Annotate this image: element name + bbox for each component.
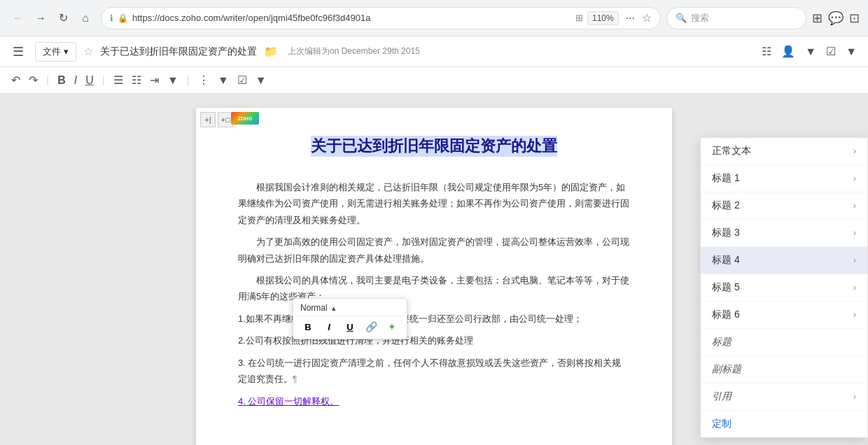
style-quote-label: 引用 bbox=[712, 390, 732, 403]
style-caret-button[interactable]: ▲ bbox=[330, 304, 337, 312]
style-h6-label: 标题 6 bbox=[712, 309, 740, 321]
browser-icons: ⊞ 💬 ⊡ bbox=[812, 10, 860, 26]
italic-format-button[interactable]: I bbox=[71, 71, 80, 90]
doc-link[interactable]: 4. 公司保留一切解释权。 bbox=[238, 396, 339, 407]
style-h2-label: 标题 2 bbox=[712, 199, 740, 212]
chevron-right-icon-2: › bbox=[853, 174, 856, 183]
clear-format-button[interactable]: ✦ bbox=[383, 318, 401, 336]
indent-button[interactable]: ⇥ bbox=[147, 71, 162, 90]
dropdown-checkbox-arrow[interactable]: ▼ bbox=[253, 71, 270, 90]
style-quote[interactable]: 引用 › bbox=[701, 383, 867, 411]
bold-format-button[interactable]: B bbox=[55, 71, 69, 90]
style-heading-3[interactable]: 标题 3 › bbox=[701, 220, 867, 247]
format-toolbar: ↶ ↷ | B I U | ☰ ☷ ⇥ ▼ | ⋮ ▼ ☑ ▼ bbox=[0, 67, 868, 94]
zoho-logo-image: ZOHO bbox=[231, 112, 259, 125]
style-heading-1[interactable]: 标题 1 › bbox=[701, 165, 867, 192]
toolbar-icon-2[interactable]: 👤 bbox=[778, 42, 798, 61]
profile-icon[interactable]: ⊡ bbox=[849, 10, 860, 26]
chevron-right-icon-4: › bbox=[853, 228, 856, 238]
folder-button[interactable]: 📁 bbox=[264, 45, 278, 58]
chevron-right-icon-7: › bbox=[853, 310, 856, 320]
forward-button[interactable]: → bbox=[31, 8, 50, 28]
dropdown-format-arrow[interactable]: ▼ bbox=[164, 71, 181, 90]
toolbar-icon-1[interactable]: ☷ bbox=[759, 42, 774, 61]
toolbar-right: ☷ 👤 ▼ ☑ ▼ bbox=[759, 42, 860, 61]
paragraph-2: 为了更加高效的使用公司固定资产，加强对固定资产的管理，提高公司整体运营效率，公司… bbox=[238, 234, 630, 267]
pilcrow-mark: ¶ bbox=[293, 374, 297, 384]
hamburger-button[interactable]: ☰ bbox=[8, 41, 28, 62]
chevron-right-icon-5: › bbox=[853, 255, 856, 265]
home-button[interactable]: ⌂ bbox=[76, 8, 95, 28]
file-menu-button[interactable]: 文件 ▾ bbox=[35, 42, 76, 62]
chevron-right-icon-6: › bbox=[853, 283, 856, 292]
doc-controls: +| +□ bbox=[200, 112, 233, 127]
style-select-label[interactable]: Normal bbox=[298, 302, 330, 314]
italic-inline-button[interactable]: I bbox=[320, 318, 338, 336]
reader-icon: ⊞ bbox=[575, 13, 583, 23]
file-dropdown-arrow: ▾ bbox=[64, 46, 69, 57]
chevron-right-icon-10: › bbox=[853, 392, 856, 402]
chevron-right-icon-3: › bbox=[853, 201, 856, 211]
dropdown-arrow-button[interactable]: ▼ bbox=[802, 43, 819, 61]
inline-toolbar-top: Normal ▲ bbox=[295, 300, 405, 316]
add-column-button[interactable]: +| bbox=[200, 112, 216, 127]
style-h4-label: 标题 4 bbox=[712, 254, 740, 267]
extensions-icon[interactable]: ⊞ bbox=[812, 10, 822, 26]
lines-button[interactable]: ⋮ bbox=[195, 71, 212, 90]
inline-toolbar: Normal ▲ B I U 🔗 ✦ bbox=[293, 298, 407, 339]
main-area: +| +□ ZOHO 关于已达到折旧年限固定资产的处置 根据我国会计准则的相关规… bbox=[0, 94, 868, 445]
nav-buttons: ← → ↻ ⌂ bbox=[8, 8, 95, 28]
style-dropdown: 正常文本 › 标题 1 › 标题 2 › 标题 3 › 标题 4 › 标题 5 … bbox=[700, 137, 868, 438]
align-button[interactable]: ☰ bbox=[111, 71, 126, 90]
back-button[interactable]: ← bbox=[8, 8, 28, 28]
document-title-wrapper: 关于已达到折旧年限固定资产的处置 bbox=[238, 136, 630, 168]
chat-icon[interactable]: 💬 bbox=[828, 10, 844, 26]
checkbox-format-button[interactable]: ☑ bbox=[234, 71, 250, 90]
favorite-button[interactable]: ☆ bbox=[83, 45, 93, 58]
paragraph-1: 根据我国会计准则的相关规定，已达折旧年限（我公司规定使用年限为5年）的固定资产，… bbox=[238, 179, 630, 228]
link-inline-button[interactable]: 🔗 bbox=[362, 318, 380, 336]
search-bar[interactable]: 🔍 搜索 bbox=[666, 7, 806, 29]
style-heading-5[interactable]: 标题 5 › bbox=[701, 274, 867, 302]
address-bar[interactable]: ℹ 🔒 https://docs.zoho.com/writer/open/jq… bbox=[101, 7, 661, 29]
document-heading: 关于已达到折旧年限固定资产的处置 bbox=[311, 136, 557, 157]
style-heading-2[interactable]: 标题 2 › bbox=[701, 192, 867, 220]
style-title-label: 标题 bbox=[712, 336, 732, 348]
underline-format-button[interactable]: U bbox=[83, 71, 97, 90]
redo-button[interactable]: ↷ bbox=[26, 71, 41, 90]
list-button[interactable]: ☷ bbox=[129, 71, 144, 90]
zoom-level[interactable]: 110% bbox=[587, 11, 619, 25]
style-h1-label: 标题 1 bbox=[712, 172, 740, 185]
zoho-logo: ZOHO bbox=[231, 112, 259, 125]
style-heading-4[interactable]: 标题 4 › bbox=[701, 247, 867, 274]
dropdown-lines-arrow[interactable]: ▼ bbox=[215, 71, 232, 90]
bold-inline-button[interactable]: B bbox=[299, 318, 317, 336]
search-icon: 🔍 bbox=[676, 13, 687, 23]
info-icon: ℹ bbox=[110, 13, 113, 23]
style-heading-6[interactable]: 标题 6 › bbox=[701, 302, 867, 329]
undo-button[interactable]: ↶ bbox=[8, 71, 23, 90]
document-title: 关于已达到折旧年限固定资产的处置 bbox=[100, 45, 257, 58]
style-custom[interactable]: 定制 bbox=[701, 411, 867, 437]
file-label: 文件 bbox=[43, 45, 61, 58]
paragraph-6: 3. 在公司统一进行固定资产清理之前，任何个人不得故意损毁或丢失这些资产，否则将… bbox=[238, 355, 630, 388]
paragraph-7: 4. 公司保留一切解释权。 bbox=[238, 393, 630, 409]
underline-inline-button[interactable]: U bbox=[341, 318, 359, 336]
document-area: +| +□ ZOHO 关于已达到折旧年限固定资产的处置 根据我国会计准则的相关规… bbox=[0, 94, 868, 445]
star-icon: ☆ bbox=[83, 45, 93, 57]
search-placeholder: 搜索 bbox=[691, 12, 709, 24]
dropdown-arrow-button-2[interactable]: ▼ bbox=[843, 43, 860, 61]
folder-icon: 📁 bbox=[264, 45, 278, 57]
more-options-button[interactable]: ··· bbox=[623, 9, 638, 27]
style-normal-text[interactable]: 正常文本 › bbox=[701, 138, 867, 165]
style-title[interactable]: 标题 › bbox=[701, 329, 867, 356]
style-h5-label: 标题 5 bbox=[712, 281, 740, 294]
bookmark-button[interactable]: ☆ bbox=[642, 11, 652, 24]
browser-chrome: ← → ↻ ⌂ ℹ 🔒 https://docs.zoho.com/writer… bbox=[0, 0, 868, 36]
checkbox-icon[interactable]: ☑ bbox=[823, 42, 839, 61]
lock-icon: 🔒 bbox=[118, 13, 128, 23]
style-subtitle[interactable]: 副标题 › bbox=[701, 356, 867, 383]
reload-button[interactable]: ↻ bbox=[53, 8, 73, 28]
document-body: 根据我国会计准则的相关规定，已达折旧年限（我公司规定使用年限为5年）的固定资产，… bbox=[238, 179, 630, 409]
last-edited-text: 上次编辑为on December 29th 2015 bbox=[288, 45, 420, 57]
